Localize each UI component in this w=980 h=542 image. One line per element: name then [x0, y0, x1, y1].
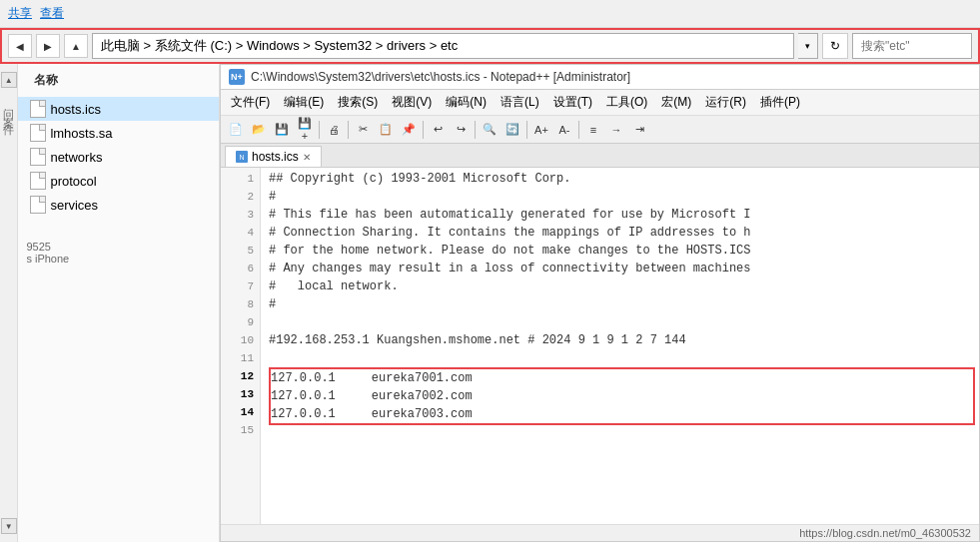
tb-save[interactable]: 💾 — [271, 119, 293, 141]
tab-label: hosts.ics — [252, 150, 299, 164]
line-num-8: 8 — [221, 295, 260, 313]
tb-print[interactable]: 🖨 — [323, 119, 345, 141]
menu-search[interactable]: 搜索(S) — [332, 92, 384, 113]
up-button[interactable]: ▲ — [64, 34, 88, 58]
tb-zoom-out[interactable]: A- — [553, 119, 575, 141]
code-line-15 — [269, 425, 979, 443]
back-button[interactable]: ◀ — [8, 34, 32, 58]
line-num-9: 9 — [221, 313, 260, 331]
tb-redo[interactable]: ↪ — [450, 119, 472, 141]
label-9525: 9525 — [26, 241, 219, 253]
toolbar-sep-6 — [578, 121, 579, 139]
tb-search[interactable]: 🔍 — [479, 119, 500, 141]
code-line-6: # Any changes may result in a loss of co… — [269, 260, 979, 277]
address-input[interactable]: 此电脑 > 系统文件 (C:) > Windows > System32 > d… — [92, 33, 794, 59]
sidebar-item-services[interactable]: services — [18, 193, 219, 217]
code-line-5: # for the home network. Please do not ma… — [269, 242, 979, 260]
line-numbers: 1 2 3 4 5 6 7 8 9 10 11 12 13 14 15 — [221, 168, 261, 524]
line-num-1: 1 — [221, 170, 260, 188]
menu-tools[interactable]: 工具(O) — [600, 92, 653, 113]
line-num-13: 13 — [221, 385, 260, 403]
tb-zoom-in[interactable]: A+ — [530, 119, 552, 141]
code-line-13: 127.0.0.1 eureka7002.com — [271, 387, 973, 405]
forward-button[interactable]: ▶ — [36, 34, 60, 58]
code-line-3: # This file has been automatically gener… — [269, 206, 979, 224]
menu-language[interactable]: 语言(L) — [494, 92, 545, 113]
tb-replace[interactable]: 🔄 — [501, 119, 523, 141]
menu-view[interactable]: 视图(V) — [386, 92, 438, 113]
toolbar-sep-4 — [475, 121, 476, 139]
menu-edit[interactable]: 编辑(E) — [278, 92, 330, 113]
tb-align[interactable]: ≡ — [582, 119, 604, 141]
tb-paste[interactable]: 📌 — [398, 119, 420, 141]
content-area: ▲ 问 案 件 ▼ 名称 hosts.ics — [0, 64, 980, 542]
sidebar-item-hosts-ics[interactable]: hosts.ics — [18, 97, 219, 121]
tb-copy[interactable]: 📋 — [375, 119, 397, 141]
notepad-menubar: 文件(F) 编辑(E) 搜索(S) 视图(V) 编码(N) 语言(L) 设置(T… — [221, 90, 979, 116]
address-chevron[interactable]: ▾ — [798, 33, 818, 59]
notepad-app-icon: N+ — [229, 69, 245, 85]
notepad-titlebar: N+ C:\Windows\System32\drivers\etc\hosts… — [221, 65, 979, 90]
sidebar-label-protocol: protocol — [50, 174, 96, 189]
tab-hosts-ics[interactable]: N hosts.ics ✕ — [225, 146, 322, 167]
notepad-window: N+ C:\Windows\System32\drivers\etc\hosts… — [220, 64, 980, 542]
tb-new[interactable]: 📄 — [225, 119, 247, 141]
scroll-down-arrow[interactable]: ▼ — [1, 518, 17, 534]
status-bar: https://blog.csdn.net/m0_46300532 — [221, 524, 979, 541]
notepad-title: C:\Windows\System32\drivers\etc\hosts.ic… — [251, 70, 630, 84]
share-link[interactable]: 共享 — [8, 5, 32, 22]
menu-encode[interactable]: 编码(N) — [440, 92, 492, 113]
sidebar-header: 名称 — [18, 68, 219, 93]
menu-settings[interactable]: 设置(T) — [547, 92, 598, 113]
tab-close-button[interactable]: ✕ — [303, 152, 311, 163]
sidebar: 名称 hosts.ics lmhosts.sa networks — [18, 64, 220, 542]
code-line-4: # Connection Sharing. It contains the ma… — [269, 224, 979, 242]
sidebar-item-networks[interactable]: networks — [18, 145, 219, 169]
tab-bar: N hosts.ics ✕ — [221, 144, 979, 168]
menu-plugin[interactable]: 插件(P) — [754, 92, 806, 113]
tb-save-all[interactable]: 💾+ — [294, 119, 316, 141]
line-num-6: 6 — [221, 260, 260, 277]
search-input[interactable] — [852, 33, 972, 59]
toolbar-sep-1 — [319, 121, 320, 139]
menu-run[interactable]: 运行(R) — [699, 92, 752, 113]
tb-wrap[interactable]: ⇥ — [628, 119, 650, 141]
code-line-2: # — [269, 188, 979, 206]
file-icon-lmhosts — [30, 124, 46, 142]
scroll-up-arrow[interactable]: ▲ — [1, 72, 17, 88]
tb-indent[interactable]: → — [605, 119, 627, 141]
sidebar-content: hosts.ics lmhosts.sa networks protocol — [18, 93, 219, 221]
code-line-10: #192.168.253.1 Kuangshen.mshome.net # 20… — [269, 331, 979, 349]
sidebar-label-services: services — [50, 198, 98, 213]
sidebar-label-networks: networks — [50, 150, 102, 165]
tb-cut[interactable]: ✂ — [352, 119, 374, 141]
line-num-2: 2 — [221, 188, 260, 206]
code-line-11 — [269, 349, 979, 367]
highlighted-lines-group: 127.0.0.1 eureka7001.com 127.0.0.1 eurek… — [269, 367, 975, 425]
file-icon-networks — [30, 148, 46, 166]
view-link[interactable]: 查看 — [40, 5, 64, 22]
code-line-7: # local network. — [269, 277, 979, 295]
code-line-12: 127.0.0.1 eureka7001.com — [271, 369, 973, 387]
menu-file[interactable]: 文件(F) — [225, 92, 276, 113]
file-icon-services — [30, 196, 46, 214]
sidebar-item-lmhosts[interactable]: lmhosts.sa — [18, 121, 219, 145]
code-editor[interactable]: ## Copyright (c) 1993-2001 Microsoft Cor… — [261, 168, 979, 524]
sidebar-label-lmhosts: lmhosts.sa — [50, 126, 112, 141]
address-path: 此电脑 > 系统文件 (C:) > Windows > System32 > d… — [101, 37, 458, 55]
file-icon-protocol — [30, 172, 46, 190]
line-num-14: 14 — [221, 403, 260, 421]
file-icon-hosts-ics — [30, 100, 46, 118]
toolbar-sep-3 — [423, 121, 424, 139]
editor-area[interactable]: 1 2 3 4 5 6 7 8 9 10 11 12 13 14 15 — [221, 168, 979, 524]
toolbar-sep-2 — [348, 121, 349, 139]
code-line-1: ## Copyright (c) 1993-2001 Microsoft Cor… — [269, 170, 979, 188]
line-num-10: 10 — [221, 331, 260, 349]
sidebar-item-protocol[interactable]: protocol — [18, 169, 219, 193]
menu-macro[interactable]: 宏(M) — [655, 92, 697, 113]
label-iphone: s iPhone — [26, 253, 219, 265]
refresh-button[interactable]: ↻ — [822, 33, 848, 59]
left-arrows-col: ▲ 问 案 件 ▼ — [0, 64, 18, 542]
tb-open[interactable]: 📂 — [248, 119, 270, 141]
tb-undo[interactable]: ↩ — [427, 119, 449, 141]
